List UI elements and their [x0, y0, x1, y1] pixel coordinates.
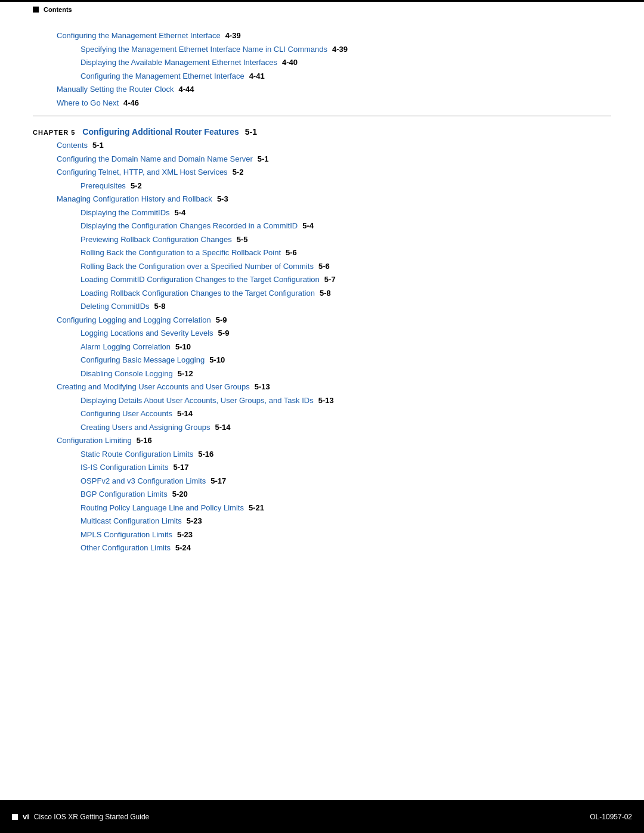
chapter5-toc-entries: Contents5-1Configuring the Domain Name a…	[33, 140, 611, 554]
toc-row: Multicast Configuration Limits5-23	[33, 515, 611, 527]
toc-row: BGP Configuration Limits5-20	[33, 488, 611, 500]
chapter5-title-link[interactable]: Configuring Additional Router Features	[82, 127, 239, 137]
toc-link[interactable]: IS-IS Configuration Limits	[80, 462, 168, 473]
toc-row: Specifying the Management Ethernet Inter…	[33, 44, 611, 55]
toc-link[interactable]: Static Route Configuration Limits	[80, 448, 193, 460]
page-footer: vi Cisco IOS XR Getting Started Guide OL…	[0, 800, 644, 833]
footer-doc-number: OL-10957-02	[590, 813, 632, 821]
toc-link[interactable]: Rolling Back the Configuration over a Sp…	[80, 261, 314, 272]
toc-page-number: 5-8	[154, 301, 166, 312]
toc-row: Displaying the CommitIDs5-4	[33, 207, 611, 219]
toc-link[interactable]: OSPFv2 and v3 Configuration Limits	[80, 475, 206, 487]
toc-link[interactable]: Configuring Basic Message Logging	[80, 354, 205, 366]
toc-link[interactable]: Where to Go Next	[57, 97, 119, 109]
toc-link[interactable]: Configuring User Accounts	[80, 408, 172, 420]
toc-row: Rolling Back the Configuration over a Sp…	[33, 261, 611, 272]
toc-link[interactable]: Creating and Modifying User Accounts and…	[57, 381, 250, 393]
toc-link[interactable]: Loading Rollback Configuration Changes t…	[80, 287, 315, 299]
toc-row: Displaying Details About User Accounts, …	[33, 395, 611, 407]
toc-row: Deleting CommitIDs5-8	[33, 301, 611, 312]
toc-row: Configuration Limiting5-16	[33, 435, 611, 447]
footer-left: vi Cisco IOS XR Getting Started Guide	[12, 812, 149, 821]
toc-page-number: 5-10	[175, 341, 191, 353]
toc-link[interactable]: Displaying the Available Management Ethe…	[80, 57, 277, 69]
toc-row: Displaying the Available Management Ethe…	[33, 57, 611, 69]
toc-link[interactable]: Deleting CommitIDs	[80, 301, 150, 312]
top-border	[0, 0, 644, 2]
toc-page-number: 5-12	[178, 368, 193, 380]
section-divider	[33, 116, 611, 116]
toc-page-number: 5-17	[210, 475, 226, 487]
toc-row: IS-IS Configuration Limits5-17	[33, 462, 611, 473]
toc-link[interactable]: Configuration Limiting	[57, 435, 132, 447]
toc-page-number: 5-14	[177, 408, 193, 420]
toc-link[interactable]: Other Configuration Limits	[80, 542, 171, 554]
toc-page-number: 5-7	[324, 274, 336, 286]
toc-row: Contents5-1	[33, 140, 611, 151]
toc-link[interactable]: Routing Policy Language Line and Policy …	[80, 502, 244, 514]
toc-page-number: 5-1	[258, 153, 269, 165]
toc-page-number: 5-24	[175, 542, 191, 554]
main-content: Configuring the Management Ethernet Inte…	[33, 30, 611, 797]
toc-row: Logging Locations and Severity Levels5-9	[33, 327, 611, 339]
toc-link[interactable]: Prerequisites	[80, 180, 126, 192]
chapter5-page: 5-1	[245, 127, 257, 137]
toc-row: Configuring the Management Ethernet Inte…	[33, 70, 611, 82]
toc-link[interactable]: Configuring Logging and Logging Correlat…	[57, 314, 211, 326]
toc-row: Alarm Logging Correlation5-10	[33, 341, 611, 353]
toc-link[interactable]: Configuring Telnet, HTTP, and XML Host S…	[57, 166, 228, 178]
toc-row: Configuring the Management Ethernet Inte…	[33, 30, 611, 42]
chapter-label: Chapter 5	[33, 129, 75, 136]
toc-page-number: 5-2	[131, 180, 142, 192]
toc-link[interactable]: BGP Configuration Limits	[80, 488, 168, 500]
footer-page-number: vi	[23, 812, 29, 821]
toc-link[interactable]: Configuring the Management Ethernet Inte…	[80, 70, 244, 82]
toc-row: Rolling Back the Configuration to a Spec…	[33, 247, 611, 259]
toc-row: MPLS Configuration Limits5-23	[33, 529, 611, 541]
toc-link[interactable]: Manually Setting the Router Clock	[57, 83, 174, 95]
footer-square	[12, 814, 18, 820]
toc-page-number: 5-5	[237, 234, 248, 246]
toc-row: Routing Policy Language Line and Policy …	[33, 502, 611, 514]
toc-page-number: 5-4	[175, 207, 186, 219]
toc-link[interactable]: Displaying the Configuration Changes Rec…	[80, 220, 298, 232]
toc-link[interactable]: Logging Locations and Severity Levels	[80, 327, 213, 339]
toc-link[interactable]: Displaying Details About User Accounts, …	[80, 395, 314, 407]
toc-link[interactable]: Disabling Console Logging	[80, 368, 173, 380]
toc-row: Static Route Configuration Limits5-16	[33, 448, 611, 460]
toc-link[interactable]: Contents	[57, 140, 88, 151]
toc-page-number: 5-9	[218, 327, 230, 339]
toc-link[interactable]: Displaying the CommitIDs	[80, 207, 170, 219]
toc-page-number: 5-10	[209, 354, 225, 366]
toc-page-number: 5-1	[92, 140, 104, 151]
toc-page-number: 5-21	[249, 502, 264, 514]
footer-doc-title: Cisco IOS XR Getting Started Guide	[34, 813, 149, 821]
toc-link[interactable]: Loading CommitID Configuration Changes t…	[80, 274, 320, 286]
toc-link[interactable]: Configuring the Management Ethernet Inte…	[57, 30, 221, 42]
toc-link[interactable]: Specifying the Management Ethernet Inter…	[80, 44, 327, 55]
toc-link[interactable]: Previewing Rollback Configuration Change…	[80, 234, 232, 246]
toc-link[interactable]: Creating Users and Assigning Groups	[80, 422, 210, 433]
toc-link[interactable]: MPLS Configuration Limits	[80, 529, 172, 541]
toc-row: Disabling Console Logging5-12	[33, 368, 611, 380]
toc-page-number: 5-20	[172, 488, 188, 500]
toc-link[interactable]: Configuring the Domain Name and Domain N…	[57, 153, 253, 165]
toc-page-number: 4-39	[332, 44, 348, 55]
toc-page-number: 5-3	[217, 193, 228, 205]
toc-row: Previewing Rollback Configuration Change…	[33, 234, 611, 246]
toc-row: Where to Go Next4-46	[33, 97, 611, 109]
toc-link[interactable]: Multicast Configuration Limits	[80, 515, 182, 527]
toc-row: Displaying the Configuration Changes Rec…	[33, 220, 611, 232]
toc-page-number: 5-6	[318, 261, 330, 272]
toc-row: Configuring Basic Message Logging5-10	[33, 354, 611, 366]
toc-row: Manually Setting the Router Clock4-44	[33, 83, 611, 95]
toc-link[interactable]: Alarm Logging Correlation	[80, 341, 171, 353]
header-square	[33, 7, 39, 13]
toc-link[interactable]: Managing Configuration History and Rollb…	[57, 193, 212, 205]
toc-row: Configuring Telnet, HTTP, and XML Host S…	[33, 166, 611, 178]
toc-row: Configuring User Accounts5-14	[33, 408, 611, 420]
toc-link[interactable]: Rolling Back the Configuration to a Spec…	[80, 247, 281, 259]
header-label: Contents	[44, 6, 72, 13]
toc-page-number: 5-16	[137, 435, 152, 447]
toc-page-number: 5-8	[320, 287, 331, 299]
